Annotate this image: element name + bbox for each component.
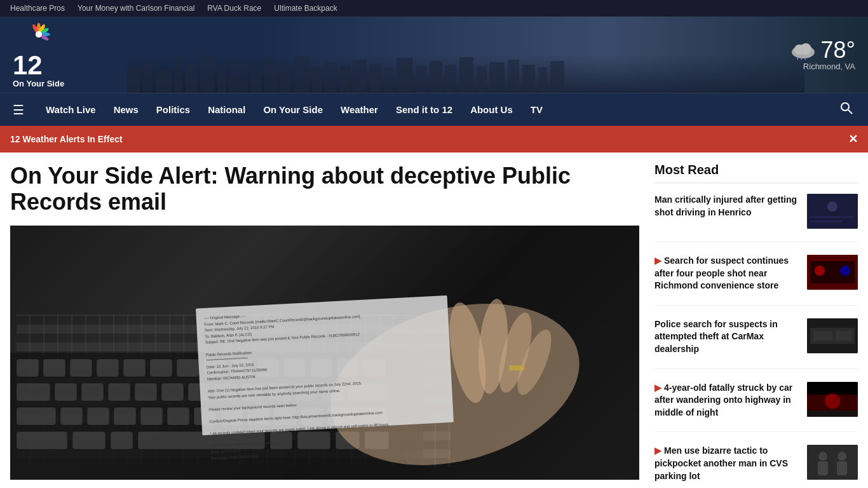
svg-rect-86 [72,431,105,449]
svg-rect-9 [143,61,153,93]
svg-rect-110 [813,331,832,341]
svg-rect-23 [353,60,367,93]
svg-rect-19 [294,56,309,93]
svg-point-117 [818,452,827,461]
svg-point-114 [825,393,840,409]
svg-rect-52 [177,359,199,377]
topbar-link-duck[interactable]: RVA Duck Race [207,4,261,13]
weather-widget[interactable]: 78° Richmond, VA [790,39,855,71]
nav-about-us[interactable]: About Us [461,93,522,126]
sidebar: Most Read Man critically injured after g… [654,163,858,488]
svg-rect-102 [810,220,842,222]
main-nav: ☰ Watch Live News Politics National On Y… [0,93,868,126]
alert-bar: 12 Weather Alerts In Effect ✕ [0,126,868,152]
nav-weather[interactable]: Weather [332,93,387,126]
thumb-4-image [807,382,858,417]
svg-rect-12 [186,64,197,93]
email-overlay: ---- Original Message ---- From: Mark C.… [196,295,454,435]
most-read-item-4[interactable]: ▶4-year-old fatally struck by car after … [654,382,858,433]
most-read-item-1-text: Man critically injured after getting sho… [654,194,799,219]
svg-rect-16 [251,67,261,93]
topbar-link-healthcare[interactable]: Healthcare Pros [10,4,65,13]
svg-rect-63 [108,383,130,401]
svg-rect-98 [509,365,524,370]
svg-rect-78 [167,407,189,425]
nav-politics[interactable]: Politics [147,93,199,126]
most-read-item-4-label: 4-year-old fatally struck by car after w… [654,383,792,417]
svg-rect-51 [150,359,172,377]
svg-rect-34 [522,65,535,93]
thumb-1-image [807,194,858,229]
svg-rect-25 [384,67,393,93]
play-icon-5: ▶ [654,445,661,456]
play-icon-2: ▶ [654,255,661,266]
nav-news[interactable]: News [105,93,147,126]
svg-rect-85 [17,431,67,449]
svg-rect-111 [836,331,851,341]
hamburger-menu[interactable]: ☰ [10,100,27,120]
topbar-link-backpack[interactable]: Ultimate Backpack [274,4,337,13]
article-title: On Your Side Alert: Warning about decept… [10,163,639,215]
svg-rect-11 [175,58,182,93]
svg-rect-8 [127,67,140,93]
most-read-item-4-text: ▶4-year-old fatally struck by car after … [654,382,799,419]
nav-send-it[interactable]: Send it to 12 [387,93,461,126]
svg-rect-50 [123,359,146,377]
search-icon [840,102,853,114]
svg-rect-101 [810,216,855,218]
svg-point-39 [800,43,811,55]
most-read-item-5[interactable]: ▶Men use bizarre tactic to pickpocket an… [654,445,858,488]
nav-watch-live[interactable]: Watch Live [37,93,105,126]
site-logo[interactable]: 12 On Your Side [13,22,64,88]
svg-rect-73 [17,407,56,425]
weather-cloud-icon [790,41,816,60]
most-read-item-2-thumb [807,255,858,290]
nav-on-your-side[interactable]: On Your Side [254,93,332,126]
svg-rect-75 [87,407,109,425]
svg-rect-116 [807,445,858,480]
svg-rect-28 [430,61,442,93]
most-read-item-3-thumb [807,318,858,353]
weather-temperature: 78° [821,39,855,62]
svg-point-119 [837,452,846,461]
svg-rect-27 [416,66,426,93]
svg-rect-49 [97,359,119,377]
svg-rect-76 [114,407,136,425]
svg-rect-36 [550,61,564,93]
svg-rect-32 [489,62,505,93]
svg-rect-33 [508,60,519,93]
svg-rect-24 [370,64,381,93]
svg-rect-22 [340,66,350,93]
most-read-item-3[interactable]: Police search for suspects in attempted … [654,318,858,369]
svg-line-44 [848,110,852,114]
nav-tv[interactable]: TV [522,93,552,126]
nbc-peacock-icon [26,22,51,47]
most-read-item-2[interactable]: ▶Search for suspect continues after four… [654,255,858,306]
topbar-link-money[interactable]: Your Money with Carlson Financial [78,4,194,13]
svg-rect-46 [17,359,39,377]
search-button[interactable] [835,99,858,120]
svg-rect-87 [111,431,133,449]
most-read-item-1-thumb [807,194,858,229]
svg-rect-77 [140,407,163,425]
keyboard-background: ---- Original Message ---- From: Mark C.… [10,226,639,480]
svg-rect-14 [217,66,226,93]
svg-rect-115 [807,410,858,417]
most-read-item-5-label: Men use bizarre tactic to pickpocket ano… [654,445,788,480]
alert-close-button[interactable]: ✕ [848,132,858,146]
svg-rect-21 [324,62,337,93]
svg-rect-35 [538,67,547,93]
svg-rect-10 [156,71,172,93]
thumb-3-image [807,318,858,353]
nav-national[interactable]: National [199,93,254,126]
svg-rect-74 [60,407,83,425]
city-skyline [127,48,677,93]
svg-rect-118 [818,461,828,475]
most-read-item-1[interactable]: Man critically injured after getting sho… [654,194,858,242]
svg-rect-13 [200,55,214,93]
svg-rect-47 [43,359,65,377]
svg-rect-20 [313,67,322,93]
svg-point-100 [827,201,837,212]
svg-rect-64 [135,383,157,401]
logo-number: 12 [13,52,43,79]
